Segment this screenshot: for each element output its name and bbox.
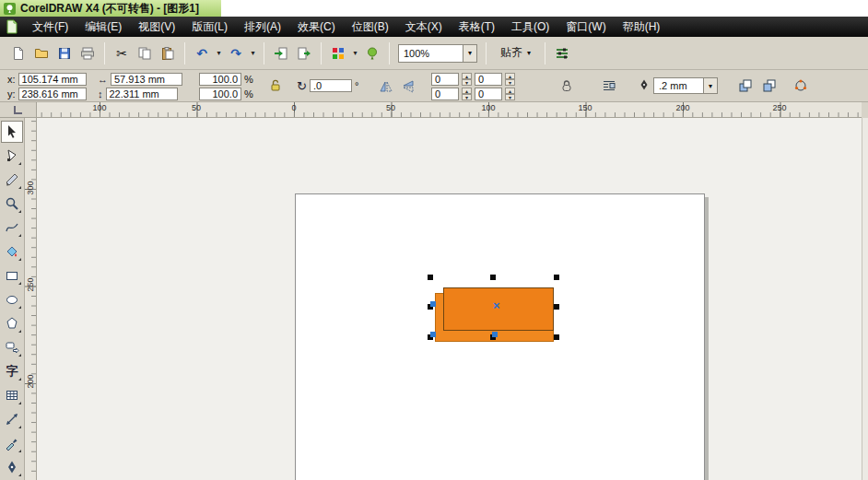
ellipse-tool[interactable] — [1, 288, 23, 310]
dimension-tool[interactable] — [1, 408, 23, 430]
selection-handle-bottom-right[interactable] — [554, 334, 559, 340]
pick-tool[interactable] — [1, 121, 23, 143]
y-position-field[interactable]: 238.616 mm — [18, 88, 87, 100]
chevron-down-icon[interactable]: ▾ — [463, 45, 476, 62]
selection-handle-middle-right[interactable] — [554, 304, 559, 310]
canvas[interactable]: × — [37, 118, 862, 480]
corner-radius-top-left-spinner[interactable]: ▴▾ — [462, 73, 472, 86]
selection-handle-top-right[interactable] — [554, 275, 559, 280]
new-button[interactable] — [7, 42, 29, 64]
horizontal-ruler[interactable]: 100 50 0 50 100 150 200 250 — [37, 102, 862, 118]
import-button[interactable] — [270, 42, 292, 64]
outline-tool[interactable] — [1, 456, 23, 478]
hruler-label: 0 — [291, 103, 296, 112]
menu-item-edit[interactable]: 编辑(E) — [76, 17, 130, 37]
menu-item-window[interactable]: 窗口(W) — [557, 17, 614, 37]
options-button[interactable] — [551, 42, 573, 64]
node-handle-left[interactable] — [430, 301, 436, 307]
zoom-tool[interactable] — [1, 193, 23, 215]
undo-dropdown[interactable]: ▾ — [214, 42, 224, 64]
spin-down-icon[interactable]: ▾ — [462, 79, 472, 86]
pick-arrow-icon — [5, 124, 19, 139]
convert-to-curves-button[interactable] — [791, 76, 811, 96]
nonproportional-scaling-lock-button[interactable] — [265, 76, 286, 96]
mirror-horizontal-button[interactable] — [376, 76, 396, 97]
scale-horizontal-field[interactable]: 100.0 — [199, 73, 241, 86]
outline-width-combobox[interactable]: .2 mm ▾ — [653, 77, 718, 94]
node-handle-bottom-left[interactable] — [430, 332, 436, 337]
corner-radius-bottom-right-field[interactable]: 0 — [475, 88, 502, 100]
scale-vertical-field[interactable]: 100.0 — [199, 88, 241, 100]
node-handle-bottom-center[interactable] — [492, 332, 498, 337]
zoom-level-combobox[interactable]: 100% ▾ — [398, 44, 477, 63]
rotation-angle-field[interactable]: .0 — [310, 79, 352, 92]
rectangle-tool[interactable] — [1, 264, 23, 287]
menu-item-text[interactable]: 文本(X) — [397, 17, 451, 37]
object-height-field[interactable]: 22.311 mm — [106, 88, 178, 100]
export-button[interactable] — [293, 42, 315, 64]
eyedropper-tool[interactable] — [1, 432, 23, 454]
corner-radius-top-right-field[interactable]: 0 — [475, 73, 502, 86]
spin-down-icon[interactable]: ▾ — [505, 94, 515, 100]
welcome-screen-button[interactable] — [361, 42, 383, 64]
menu-item-tools[interactable]: 工具(O) — [503, 17, 557, 37]
save-button[interactable] — [53, 42, 76, 64]
spin-up-icon[interactable]: ▴ — [505, 88, 515, 94]
spin-down-icon[interactable]: ▾ — [505, 79, 515, 86]
corner-radius-top-right-spinner[interactable]: ▴▾ — [505, 73, 515, 86]
menu-item-bitmaps[interactable]: 位图(B) — [344, 17, 397, 37]
basic-shapes-tool[interactable] — [1, 336, 23, 358]
object-width-field[interactable]: 57.913 mm — [111, 73, 182, 86]
crop-tool[interactable] — [1, 169, 23, 191]
corner-radius-bottom-left-field[interactable]: 0 — [431, 88, 459, 100]
polygon-tool[interactable] — [1, 312, 23, 334]
x-position-field[interactable]: 105.174 mm — [18, 73, 87, 86]
redo-dropdown[interactable]: ▾ — [248, 42, 258, 64]
corner-radius-bottom-right-spinner[interactable]: ▴▾ — [505, 88, 515, 100]
application-launcher-dropdown[interactable]: ▾ — [350, 42, 360, 64]
vertical-ruler[interactable]: 300 250 200 — [25, 118, 37, 480]
copy-button[interactable] — [134, 42, 156, 64]
spin-up-icon[interactable]: ▴ — [462, 88, 472, 94]
smart-fill-tool[interactable] — [1, 240, 23, 263]
menu-item-effects[interactable]: 效果(C) — [289, 17, 344, 37]
menu-item-arrange[interactable]: 排列(A) — [236, 17, 289, 37]
print-button[interactable] — [76, 42, 99, 64]
text-tool[interactable]: 字 — [1, 360, 23, 382]
menu-item-layout[interactable]: 版面(L) — [183, 17, 236, 37]
selection-center-mark[interactable]: × — [493, 299, 500, 311]
selection-handle-top-center[interactable] — [490, 275, 496, 280]
redo-button[interactable]: ↷ — [225, 42, 247, 64]
to-back-button[interactable] — [759, 76, 780, 96]
menu-item-view[interactable]: 视图(V) — [130, 17, 183, 37]
corner-radius-bottom-left-spinner[interactable]: ▴▾ — [462, 88, 472, 100]
cut-button[interactable]: ✂ — [111, 42, 133, 64]
ruler-origin[interactable] — [0, 102, 37, 118]
y-position-label: y: — [7, 88, 16, 100]
menu-item-help[interactable]: 帮助(H) — [615, 17, 669, 37]
menu-item-table[interactable]: 表格(T) — [451, 17, 503, 37]
paste-button[interactable] — [157, 42, 179, 64]
menu-item-file[interactable]: 文件(F) — [24, 17, 76, 37]
mirror-vertical-button[interactable] — [398, 76, 418, 97]
undo-button[interactable]: ↶ — [191, 42, 213, 64]
spin-up-icon[interactable]: ▴ — [505, 73, 515, 79]
wrap-paragraph-text-button[interactable] — [599, 76, 619, 96]
round-corners-together-lock-button[interactable] — [557, 76, 577, 96]
spin-up-icon[interactable]: ▴ — [462, 73, 472, 79]
chevron-down-icon[interactable]: ▾ — [703, 78, 717, 93]
vertical-scrollbar[interactable] — [862, 118, 868, 480]
snap-to-dropdown[interactable]: 贴齐 ▾ — [492, 42, 539, 64]
document-icon[interactable] — [0, 17, 24, 37]
table-tool[interactable] — [1, 384, 23, 406]
spin-down-icon[interactable]: ▾ — [462, 94, 472, 100]
open-button[interactable] — [30, 42, 53, 64]
application-launcher-button[interactable] — [327, 42, 349, 64]
to-front-button[interactable] — [735, 76, 756, 96]
to-front-icon — [738, 78, 753, 93]
selection-handle-top-left[interactable] — [428, 275, 433, 280]
shape-arrow-icon — [5, 148, 19, 163]
corner-radius-top-left-field[interactable]: 0 — [431, 73, 459, 86]
freehand-tool[interactable] — [1, 217, 23, 239]
shape-tool[interactable] — [1, 145, 23, 167]
